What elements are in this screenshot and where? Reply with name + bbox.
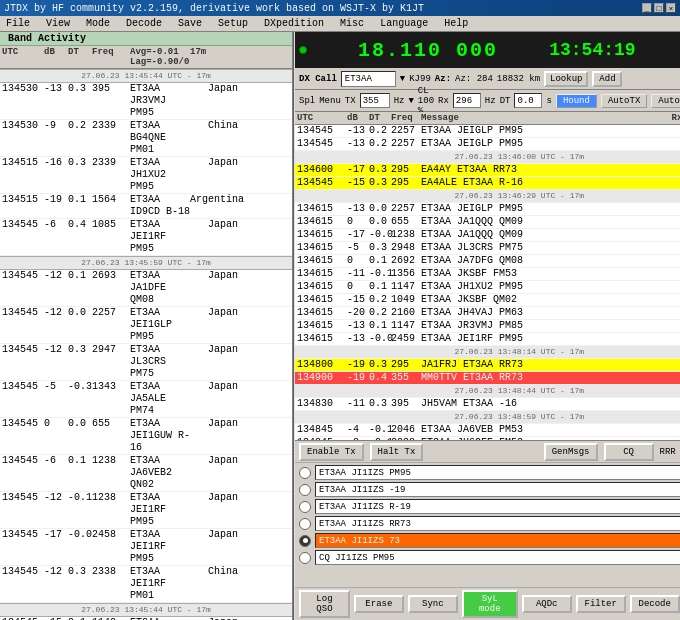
menu-help[interactable]: Help xyxy=(440,16,472,31)
time-display: 13:54:19 xyxy=(549,40,635,60)
tx-field-4[interactable] xyxy=(315,516,680,531)
s-label: s xyxy=(546,96,551,106)
menu-misc[interactable]: Misc xyxy=(336,16,368,31)
menu-language[interactable]: Language xyxy=(376,16,432,31)
menu-decode[interactable]: Decode xyxy=(122,16,166,31)
band-activity-title: Band Activity xyxy=(8,33,86,44)
decode-row[interactable]: 134615-11-0.11356ET3AA JKSBF FM53Japan xyxy=(295,268,680,281)
hound-button[interactable]: Hound xyxy=(556,94,597,108)
decode-row[interactable]: 134615-50.32948ET3AA JL3CRS PM75Japan xyxy=(295,242,680,255)
log-row[interactable]: 134545-17-0.02458ET3AA JEI1RF PM95Japan xyxy=(0,529,292,566)
syl-mode-button[interactable]: SyL mode xyxy=(462,590,518,618)
dx-call-input[interactable] xyxy=(341,71,396,87)
tx-field-3[interactable] xyxy=(315,499,680,514)
lookup-button[interactable]: Lookup xyxy=(544,71,588,87)
decode-row[interactable]: 27.06.23 13:48:44 UTC - 17m xyxy=(295,385,680,398)
tx-label: TX xyxy=(345,96,356,106)
log-row[interactable]: 134545-60.41085ET3AA JEI1RF PM95Japan xyxy=(0,219,292,256)
decode-row[interactable]: 134545-130.22257ET3AA JEIGLP PM95Japan xyxy=(295,125,680,138)
log-row[interactable]: 134515-160.32339ET3AA JH1XU2 PM95Japan xyxy=(0,157,292,194)
tx-field-6[interactable] xyxy=(315,550,680,565)
tx-row-5: Tx 5 xyxy=(299,533,680,548)
tx-radio-2[interactable] xyxy=(299,484,311,496)
decode-row[interactable]: 134615-130.02257ET3AA JEIGLP PM95Japan xyxy=(295,203,680,216)
menu-view[interactable]: View xyxy=(42,16,74,31)
log-row[interactable]: 134545-120.02257ET3AA JEI1GLP PM95Japan xyxy=(0,307,292,344)
decode-row[interactable]: 134615-17-0.01238ET3AA JA1QQQ QM09Japan xyxy=(295,229,680,242)
tx-radio-3[interactable] xyxy=(299,501,311,513)
decode-row[interactable]: 27.06.23 13:46:29 UTC - 17m xyxy=(295,190,680,203)
decode-row[interactable]: 134615-150.21049ET3AA JKSBF QM02Japan xyxy=(295,294,680,307)
tx-radio-4[interactable] xyxy=(299,518,311,530)
cq-button[interactable]: CQ xyxy=(604,443,654,461)
tx-field-1[interactable] xyxy=(315,465,680,480)
log-row[interactable]: 134545-12-0.11238ET3AA JEI1RF PM95Japan xyxy=(0,492,292,529)
log-column-headers: UTC dB DT Freq Avg=-0.01 Lag=-0.90/0 17m xyxy=(0,46,292,69)
autobest-button[interactable]: Autobest xyxy=(651,94,680,108)
log-row[interactable]: 134545-120.12693ET3AA JA1DFE QM08Japan xyxy=(0,270,292,307)
decode-row[interactable]: 13461500.12692ET3AA JA7DFG QM08Japan xyxy=(295,255,680,268)
menu-label2: Menu xyxy=(319,96,341,106)
decode-row[interactable]: 134830-110.3395JH5VAM ET3AA -16Japan xyxy=(295,398,680,411)
window-controls[interactable]: _ □ × xyxy=(642,3,676,13)
decode-row[interactable]: 13461500.11147ET3AA JH1XU2 PM95Japan xyxy=(295,281,680,294)
log-row[interactable]: 27.06.23 13:45:59 UTC - 17m xyxy=(0,256,292,270)
log-row[interactable]: 27.06.23 13:45:44 UTC - 17m xyxy=(0,603,292,617)
hz-label2: Hz xyxy=(485,96,496,106)
tx-radio-6[interactable] xyxy=(299,552,311,564)
decode-row[interactable]: 13461500.0655ET3AA JA1QQQ QM09Japan xyxy=(295,216,680,229)
decode-row[interactable]: 134615-13-0.02459ET3AA JEI1RF PM95Japan xyxy=(295,333,680,346)
gen-msgs-button[interactable]: GenMsgs xyxy=(544,443,598,461)
tx-field-5[interactable] xyxy=(315,533,680,548)
decode-row[interactable]: 134845-4-0.12046ET3AA JA6VEB PM53Japan xyxy=(295,424,680,437)
frequency-display: 18.110 000 13:54:19 TX 15/45 xyxy=(295,32,680,68)
decode-row[interactable]: 134900-190.4355MM0TTV ET3AA RR73Ethiopia xyxy=(295,372,680,385)
log-row[interactable]: 134545-120.32338ET3AA JEI1RF PM01China xyxy=(0,566,292,603)
menu-file[interactable]: File xyxy=(2,16,34,31)
log-row[interactable]: 134530-90.22339ET3AA BG4QNE PM01China xyxy=(0,120,292,157)
erase-button[interactable]: Erase xyxy=(354,595,404,613)
dt-input[interactable] xyxy=(514,93,542,108)
rx-freq-input[interactable] xyxy=(453,93,481,108)
add-button[interactable]: Add xyxy=(592,71,622,87)
close-btn[interactable]: × xyxy=(666,3,676,13)
halt-tx-button[interactable]: Halt Tx xyxy=(370,443,424,461)
enable-tx-button[interactable]: Enable Tx xyxy=(299,443,364,461)
log-row[interactable]: 134515-190.11564ET3AA ID9CD B-18Argentin… xyxy=(0,194,292,219)
rrr-label: RRR xyxy=(660,447,680,457)
maximize-btn[interactable]: □ xyxy=(654,3,664,13)
minimize-btn[interactable]: _ xyxy=(642,3,652,13)
decode-row[interactable]: 134615-130.11147ET3AA JR3VMJ PM85Japan xyxy=(295,320,680,333)
menu-mode[interactable]: Mode xyxy=(82,16,114,31)
tx-radio-1[interactable] xyxy=(299,467,311,479)
decode-row[interactable]: 134800-190.3295JA1FRJ ET3AA RR73Ethiopia xyxy=(295,359,680,372)
decode-row[interactable]: 134545-150.3295EA4ALE ET3AA R-16Ethiopia xyxy=(295,177,680,190)
log-row[interactable]: 134545-120.32947ET3AA JL3CRS PM75Japan xyxy=(0,344,292,381)
decode-button[interactable]: Decode xyxy=(630,595,680,613)
log-row[interactable]: 134545-60.11238ET3AA JA6VEB2 QN02Japan xyxy=(0,455,292,492)
decode-row[interactable]: 134615-200.22160ET3AA JH4VAJ PM63Japan xyxy=(295,307,680,320)
menu-save[interactable]: Save xyxy=(174,16,206,31)
menu-setup[interactable]: Setup xyxy=(214,16,252,31)
menu-dxpedition[interactable]: DXpedition xyxy=(260,16,328,31)
decode-row[interactable]: 27.06.23 13:46:00 UTC - 17m xyxy=(295,151,680,164)
log-row[interactable]: 134545-5-0.31343ET3AA JA5ALE PM74Japan xyxy=(0,381,292,418)
log-row[interactable]: 13454500.0655ET3AA JEI1GUW R-16Japan xyxy=(0,418,292,455)
band-activity-log: 27.06.23 13:45:44 UTC - 17m134530-130.33… xyxy=(0,69,292,620)
grid-label: ▼ xyxy=(400,74,405,84)
sync-button[interactable]: Sync xyxy=(408,595,458,613)
autotx-button[interactable]: AutoTX xyxy=(601,94,647,108)
decode-row[interactable]: 134600-170.3295EA4AY ET3AA RR73Ethiopia xyxy=(295,164,680,177)
right-panel: 18.110 000 13:54:19 TX 15/45 DX Call ▼ K… xyxy=(295,32,680,620)
log-row[interactable]: 134530-130.3395ET3AA JR3VMJ PM95Japan xyxy=(0,83,292,120)
tx-radio-5[interactable] xyxy=(299,535,311,547)
log-row[interactable]: 27.06.23 13:45:44 UTC - 17m xyxy=(0,69,292,83)
tx-field-2[interactable] xyxy=(315,482,680,497)
decode-row[interactable]: 27.06.23 13:48:14 UTC - 17m xyxy=(295,346,680,359)
filter-button[interactable]: Filter xyxy=(576,595,626,613)
decode-row[interactable]: 134545-130.22257ET3AA JEIGLP PM95Japan xyxy=(295,138,680,151)
decode-row[interactable]: 27.06.23 13:48:59 UTC - 17m xyxy=(295,411,680,424)
log-qso-button[interactable]: Log QSO xyxy=(299,590,350,618)
aqdc-button[interactable]: AQDc xyxy=(522,595,572,613)
tx-freq-input[interactable] xyxy=(360,93,390,108)
